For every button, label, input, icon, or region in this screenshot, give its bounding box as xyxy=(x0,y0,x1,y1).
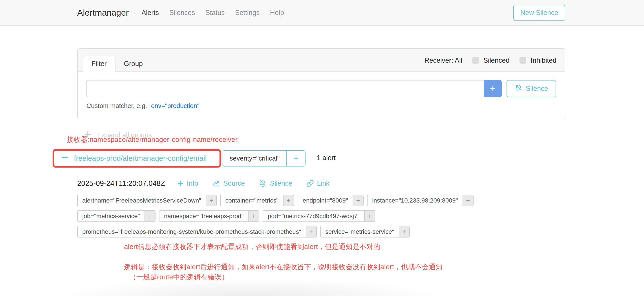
label-prometheus[interactable]: prometheus="freeleaps-monitoring-system/… xyxy=(77,226,317,238)
label-text: service="metrics-service" xyxy=(321,226,399,237)
bell-slash-icon xyxy=(514,84,522,94)
link-icon xyxy=(306,180,314,187)
silenced-toggle[interactable]: Silenced xyxy=(472,56,510,64)
alert-source-label: Source xyxy=(223,180,245,187)
silence-filter-label: Silence xyxy=(526,85,548,92)
filter-card: Filter Group Receiver: All Silenced Inhi… xyxy=(77,48,565,119)
alert-labels-row: alertname="FreeleapsMetricsServiceDown" … xyxy=(77,194,474,206)
silenced-checkbox[interactable] xyxy=(472,57,479,64)
alert-header-row: 2025-09-24T11:20:07.048Z Info Source xyxy=(77,179,344,188)
label-add-button[interactable]: + xyxy=(399,226,409,237)
label-service[interactable]: service="metrics-service" + xyxy=(320,226,410,238)
add-matcher-button[interactable]: + xyxy=(484,80,502,97)
inhibited-toggle[interactable]: Inhibited xyxy=(520,56,556,64)
nav-item-silences[interactable]: Silences xyxy=(169,9,195,17)
annotation-logic-note-1: 逻辑是：接收器收到alert后进行通知，如果alert不在接收器下，说明接收器没… xyxy=(124,262,442,272)
tab-group[interactable]: Group xyxy=(116,56,151,72)
label-pod[interactable]: pod="metrics-77d9cdb497-wdsj7" + xyxy=(262,210,375,222)
label-add-button[interactable]: + xyxy=(248,211,259,222)
receiver-filter[interactable]: Receiver: All xyxy=(424,56,462,64)
label-text: alertname="FreeleapsMetricsServiceDown" xyxy=(78,195,206,206)
alert-labels-row: prometheus="freeleaps-monitoring-system/… xyxy=(77,226,410,238)
navbar: Alertmanager Alerts Silences Status Sett… xyxy=(0,0,644,26)
receiver-group-link[interactable]: freeleaps-prod/alertmanager-config/email xyxy=(61,154,206,163)
label-add-button[interactable]: + xyxy=(462,195,473,206)
label-text: container="metrics" xyxy=(220,195,283,206)
group-matcher-add-button[interactable]: + xyxy=(286,151,305,166)
collapse-minus-icon xyxy=(61,154,68,163)
label-text: job="metrics-service" xyxy=(78,211,144,222)
matcher-input-group: + Silence xyxy=(86,80,556,97)
label-instance[interactable]: instance="10.233.98.209:8009" + xyxy=(367,194,474,206)
silence-filter-button[interactable]: Silence xyxy=(506,80,556,97)
label-text: prometheus="freeleaps-monitoring-system/… xyxy=(78,226,306,237)
nav-item-alerts[interactable]: Alerts xyxy=(142,9,159,17)
label-add-button[interactable]: + xyxy=(144,211,155,222)
label-add-button[interactable]: + xyxy=(364,211,375,222)
nav-item-help[interactable]: Help xyxy=(270,9,284,17)
alert-info-link[interactable]: Info xyxy=(177,180,198,187)
alert-silence-label: Silence xyxy=(270,180,292,187)
alert-info-label: Info xyxy=(187,180,198,187)
label-add-button[interactable]: + xyxy=(352,195,363,206)
filter-card-body: + Silence Custom matcher, e.g. env xyxy=(78,72,565,110)
alert-source-link[interactable]: Source xyxy=(212,180,245,187)
label-add-button[interactable]: + xyxy=(283,195,294,206)
new-silence-button[interactable]: New Silence xyxy=(513,4,565,21)
filter-card-header: Filter Group Receiver: All Silenced Inhi… xyxy=(78,49,565,72)
bottom-shadow xyxy=(33,272,517,296)
hint-text: Custom matcher, e.g. xyxy=(86,102,147,109)
main-content: Filter Group Receiver: All Silenced Inhi… xyxy=(0,26,644,296)
filter-options: Receiver: All Silenced Inhibited xyxy=(424,49,556,72)
matcher-input[interactable] xyxy=(86,80,484,97)
nav-items: Alerts Silences Status Settings Help xyxy=(142,9,284,17)
plus-icon xyxy=(177,180,184,187)
label-alertname[interactable]: alertname="FreeleapsMetricsServiceDown" … xyxy=(77,194,217,206)
label-text: pod="metrics-77d9cdb497-wdsj7" xyxy=(263,211,364,222)
alert-labels-row: job="metrics-service" + namespace="freel… xyxy=(77,210,375,222)
bell-slash-icon xyxy=(259,180,267,187)
label-namespace[interactable]: namespace="freeleaps-prod" + xyxy=(159,210,259,222)
label-job[interactable]: job="metrics-service" + xyxy=(77,210,156,222)
tab-filter[interactable]: Filter xyxy=(83,56,116,72)
label-add-button[interactable]: + xyxy=(306,226,316,237)
alert-count: 1 alert xyxy=(317,154,336,162)
inhibited-checkbox[interactable] xyxy=(520,57,526,64)
annotation-highlight-box: freeleaps-prod/alertmanager-config/email xyxy=(52,149,221,168)
app-brand[interactable]: Alertmanager xyxy=(77,8,129,18)
nav-item-status[interactable]: Status xyxy=(206,9,225,17)
label-text: endpoint="8009" xyxy=(298,195,352,206)
alert-timestamp: 2025-09-24T11:20:07.048Z xyxy=(77,179,165,188)
receiver-group-name: freeleaps-prod/alertmanager-config/email xyxy=(74,154,206,162)
label-add-button[interactable]: + xyxy=(206,195,216,206)
matcher-hint: Custom matcher, e.g. env="production" xyxy=(86,102,556,110)
alert-link-link[interactable]: Link xyxy=(306,180,330,187)
alert-link-label: Link xyxy=(317,180,330,187)
label-container[interactable]: container="metrics" + xyxy=(220,194,294,206)
nav-item-settings[interactable]: Settings xyxy=(235,9,260,17)
annotation-alert-note: alert信息必须在接收器下才表示配置成功，否则即使能看到alert，但是通知是… xyxy=(124,242,380,251)
hint-example-link[interactable]: env="production" xyxy=(151,102,200,109)
alert-silence-link[interactable]: Silence xyxy=(259,180,292,187)
annotation-receiver-note: 接收器:namespace/altermanager-config-name/r… xyxy=(67,135,238,144)
silenced-label: Silenced xyxy=(484,56,510,64)
label-text: namespace="freeleaps-prod" xyxy=(160,211,248,222)
group-matcher-chip: severity="critical" + xyxy=(222,150,306,166)
inhibited-label: Inhibited xyxy=(531,56,556,64)
label-endpoint[interactable]: endpoint="8009" + xyxy=(298,194,364,206)
chart-line-icon xyxy=(212,180,220,187)
group-matcher-label[interactable]: severity="critical" xyxy=(223,151,286,166)
label-text: instance="10.233.98.209:8009" xyxy=(368,195,462,206)
